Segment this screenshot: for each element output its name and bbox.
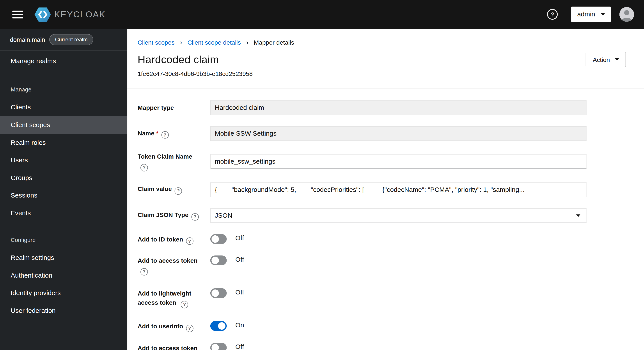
toggle-state-label: Off [235, 234, 244, 242]
help-icon[interactable]: ? [186, 325, 194, 332]
form-row-claim-json-type: Claim JSON Type? JSON [138, 208, 644, 223]
breadcrumb-current: Mapper details [254, 39, 294, 46]
add-to-userinfo-label: Add to userinfo? [138, 321, 199, 332]
breadcrumb: Client scopes › Client scope details › M… [127, 29, 644, 46]
form-row-add-to-lightweight-access-token: Add to lightweight access token ? Off [138, 288, 644, 310]
token-claim-name-label: Token Claim Name? [138, 152, 199, 171]
sidebar-item-groups[interactable]: Groups [0, 169, 127, 186]
form-row-token-claim-name: Token Claim Name? mobile_ssw_settings [138, 152, 644, 171]
add-to-lightweight-access-token-toggle[interactable] [210, 288, 227, 298]
sidebar-section-configure: Configure [0, 233, 127, 246]
sidebar-item-sessions[interactable]: Sessions [0, 186, 127, 204]
add-to-userinfo-toggle[interactable] [210, 321, 227, 331]
form-row-add-to-access-token-2: Add to access token Off [138, 343, 644, 350]
mapper-type-label: Mapper type [138, 103, 199, 112]
realm-switcher[interactable]: domain.main Current realm [0, 29, 127, 51]
add-to-id-token-toggle[interactable] [210, 234, 227, 244]
help-icon[interactable]: ? [191, 213, 199, 220]
keycloak-logo[interactable]: KEYCLOAK [34, 7, 106, 22]
sidebar-section-manage: Manage [0, 83, 127, 96]
toggle-state-label: Off [235, 255, 244, 263]
avatar[interactable] [619, 7, 634, 22]
current-realm-badge[interactable]: Current realm [49, 34, 93, 45]
user-menu-label: admin [577, 11, 595, 18]
name-label: Name*? [138, 129, 199, 139]
main-content: Client scopes › Client scope details › M… [127, 29, 644, 350]
sidebar-item-manage-realms[interactable]: Manage realms [0, 51, 127, 71]
add-to-access-token-label: Add to access token ? [138, 255, 199, 278]
help-icon-button[interactable]: ? [545, 8, 560, 20]
add-to-access-token-2-toggle[interactable] [210, 343, 227, 350]
selected-option-label: JSON [215, 212, 232, 219]
page-header: Hardcoded claim 1fe62c47-30c8-4db6-9b3b-… [127, 46, 644, 89]
chevron-down-icon [576, 214, 580, 216]
required-asterisk: * [156, 130, 158, 137]
toggle-state-label: Off [235, 288, 244, 296]
breadcrumb-separator-icon: › [180, 39, 182, 46]
form-row-add-to-access-token: Add to access token ? Off [138, 255, 644, 278]
sidebar-item-identity-providers[interactable]: Identity providers [0, 284, 127, 302]
sidebar-item-clients[interactable]: Clients [0, 98, 127, 116]
sidebar-item-events[interactable]: Events [0, 204, 127, 222]
chevron-down-icon [615, 58, 619, 61]
sidebar-item-client-scopes[interactable]: Client scopes [0, 116, 127, 134]
sidebar: domain.main Current realm Manage realms … [0, 29, 127, 350]
claim-json-type-select[interactable]: JSON [210, 208, 586, 223]
mapper-type-input[interactable]: Hardcoded claim [210, 100, 586, 115]
user-menu-dropdown[interactable]: admin [571, 6, 611, 22]
masthead: KEYCLOAK ? admin [0, 0, 644, 29]
help-icon[interactable]: ? [161, 131, 169, 139]
toggle-state-label: Off [235, 343, 244, 350]
claim-value-label: Claim value? [138, 185, 199, 195]
question-circle-icon: ? [547, 9, 558, 20]
help-icon[interactable]: ? [175, 187, 182, 195]
page-subtitle: 1fe62c47-30c8-4db6-9b3b-e18cd2523958 [138, 70, 626, 77]
name-input[interactable]: Mobile SSW Settings [210, 126, 586, 141]
chevron-down-icon [601, 13, 605, 15]
sidebar-item-users[interactable]: Users [0, 151, 127, 169]
form-row-add-to-id-token: Add to ID token? Off [138, 234, 644, 245]
help-icon[interactable]: ? [140, 164, 148, 171]
sidebar-item-authentication[interactable]: Authentication [0, 266, 127, 284]
add-to-access-token-2-label: Add to access token [138, 343, 199, 350]
hamburger-menu-icon[interactable] [10, 8, 26, 21]
toggle-state-label: On [235, 321, 244, 329]
sidebar-item-user-federation[interactable]: User federation [0, 302, 127, 319]
form-row-claim-value: Claim value? { "backgroundMode": 5, "cod… [138, 182, 644, 197]
sidebar-item-realm-settings[interactable]: Realm settings [0, 249, 127, 267]
help-icon[interactable]: ? [140, 268, 148, 275]
keycloak-icon [34, 7, 51, 22]
add-to-lightweight-access-token-label: Add to lightweight access token ? [138, 288, 199, 310]
action-button-label: Action [593, 56, 610, 63]
help-icon[interactable]: ? [181, 301, 188, 308]
claim-value-input[interactable]: { "backgroundMode": 5, "codecPriorities"… [210, 182, 586, 197]
breadcrumb-link-client-scopes[interactable]: Client scopes [138, 39, 175, 46]
form-row-mapper-type: Mapper type Hardcoded claim [138, 100, 644, 115]
token-claim-name-input[interactable]: mobile_ssw_settings [210, 154, 586, 169]
page-title: Hardcoded claim [138, 53, 626, 66]
sidebar-item-realm-roles[interactable]: Realm roles [0, 134, 127, 151]
form-row-name: Name*? Mobile SSW Settings [138, 126, 644, 141]
action-dropdown-button[interactable]: Action [586, 52, 626, 67]
breadcrumb-link-client-scope-details[interactable]: Client scope details [187, 39, 241, 46]
breadcrumb-separator-icon: › [246, 39, 248, 46]
app-window: KEYCLOAK ? admin domain.main Current rea… [0, 0, 644, 350]
add-to-access-token-toggle[interactable] [210, 255, 227, 265]
mapper-details-form: Mapper type Hardcoded claim Name*? Mobil… [127, 89, 644, 350]
brand-wordmark: KEYCLOAK [54, 9, 106, 19]
user-avatar-icon [619, 7, 634, 22]
claim-json-type-label: Claim JSON Type? [138, 210, 199, 220]
realm-name: domain.main [10, 36, 45, 43]
add-to-id-token-label: Add to ID token? [138, 234, 199, 245]
help-icon[interactable]: ? [186, 237, 194, 245]
form-row-add-to-userinfo: Add to userinfo? On [138, 321, 644, 332]
